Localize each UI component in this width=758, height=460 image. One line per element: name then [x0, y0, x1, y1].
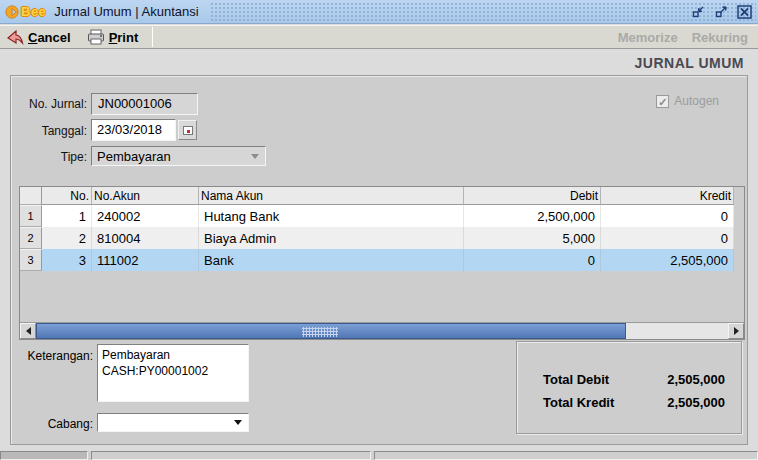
col-header-no[interactable]: No.: [42, 187, 92, 205]
col-header-no-akun[interactable]: No.Akun: [92, 187, 199, 205]
row-header: 1: [20, 205, 42, 227]
status-bar: [0, 451, 758, 460]
no-jurnal-field[interactable]: JN00001006: [91, 93, 198, 115]
restore-icon[interactable]: [690, 4, 706, 19]
total-kredit-value: 2,505,000: [667, 395, 725, 410]
arrow-left-icon: [26, 327, 31, 335]
tipe-label: Tipe:: [17, 150, 87, 164]
cabang-dropdown[interactable]: [97, 413, 249, 432]
table-header-row: No. No.Akun Nama Akun Debit Kredit: [20, 187, 734, 205]
scrollbar-thumb[interactable]: [36, 323, 626, 339]
col-header-kredit[interactable]: Kredit: [601, 187, 734, 205]
titlebar-texture: [210, 2, 756, 21]
journal-form-panel: No. Jurnal: JN00001006 Tanggal: 23/03/20…: [10, 75, 748, 445]
tipe-value: Pembayaran: [92, 147, 251, 166]
calendar-icon: [183, 126, 193, 135]
table-row[interactable]: 2 2 810004 Biaya Admin 5,000 0: [20, 227, 734, 249]
table-row[interactable]: 1 1 240002 Hutang Bank 2,500,000 0: [20, 205, 734, 227]
print-button[interactable]: Print: [81, 26, 149, 48]
print-icon: [87, 29, 105, 45]
chevron-down-icon: [234, 420, 242, 425]
toolbar: Cancel Print Memorize Rekuring: [0, 25, 758, 49]
row-header: 2: [20, 227, 42, 249]
col-header-nama-akun[interactable]: Nama Akun: [199, 187, 464, 205]
title-bar: Bee Jurnal Umum | Akuntansi: [0, 0, 758, 24]
memorize-button[interactable]: Memorize: [618, 30, 678, 45]
total-debit-value: 2,505,000: [667, 372, 725, 387]
status-segment: [374, 451, 758, 460]
cancel-icon: [6, 29, 24, 45]
close-icon[interactable]: [736, 4, 752, 19]
arrow-right-icon: [734, 327, 739, 335]
chevron-down-icon: [251, 154, 259, 159]
scrollbar-track[interactable]: [626, 323, 728, 339]
rekuring-button[interactable]: Rekuring: [692, 30, 748, 45]
totals-panel: Total Debit 2,505,000 Total Kredit 2,505…: [516, 341, 742, 434]
autogen-label: Autogen: [674, 94, 719, 108]
cabang-value: [98, 421, 234, 425]
page-title: JURNAL UMUM: [635, 55, 744, 71]
keterangan-label: Keterangan:: [21, 349, 93, 363]
table-empty-area: [20, 271, 734, 321]
keterangan-textarea[interactable]: Pembayaran CASH:PY00001002: [97, 344, 249, 402]
autogen-checkbox-group: ✓ Autogen: [656, 94, 719, 108]
status-segment: [0, 451, 88, 460]
bee-logo-icon: [5, 5, 19, 19]
calendar-button[interactable]: [178, 120, 197, 140]
row-header: 3: [20, 249, 42, 271]
app-window: Bee Jurnal Umum | Akuntansi Cancel: [0, 0, 758, 460]
cancel-button[interactable]: Cancel: [0, 26, 81, 48]
toolbar-separator: [152, 27, 153, 47]
cabang-label: Cabang:: [21, 417, 93, 431]
col-header-debit[interactable]: Debit: [464, 187, 601, 205]
tanggal-label: Tanggal:: [17, 124, 87, 138]
bee-logo: Bee: [5, 4, 46, 19]
horizontal-scrollbar[interactable]: [20, 322, 744, 339]
total-debit-label: Total Debit: [543, 372, 609, 387]
tipe-dropdown[interactable]: Pembayaran: [91, 146, 266, 166]
autogen-checkbox[interactable]: ✓: [656, 95, 669, 108]
maximize-icon[interactable]: [713, 4, 729, 19]
window-title: Jurnal Umum | Akuntansi: [54, 4, 198, 19]
journal-table: No. No.Akun Nama Akun Debit Kredit 1 1 2…: [19, 186, 745, 340]
table-row-selected[interactable]: 3 3 111002 Bank 0 2,505,000: [20, 249, 734, 271]
scroll-left-button[interactable]: [20, 323, 36, 339]
total-kredit-label: Total Kredit: [543, 395, 614, 410]
bee-logo-text: Bee: [21, 4, 46, 19]
scroll-right-button[interactable]: [728, 323, 744, 339]
status-segment: [91, 451, 371, 460]
no-jurnal-label: No. Jurnal:: [17, 97, 87, 111]
tanggal-field[interactable]: 23/03/2018: [91, 119, 176, 141]
